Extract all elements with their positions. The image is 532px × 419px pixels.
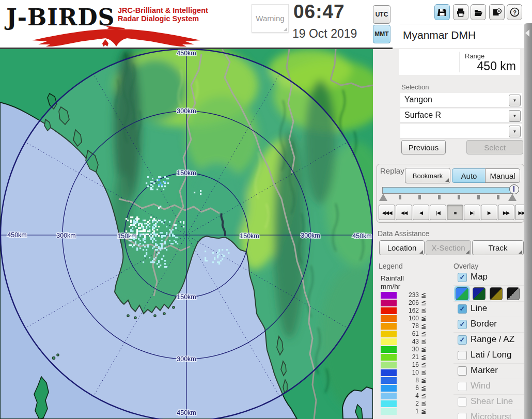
panel-collapse-rail[interactable] <box>524 23 532 419</box>
overlay-item-line[interactable]: ✓Line <box>453 301 524 317</box>
previous-button[interactable]: Previous <box>401 140 446 154</box>
product-dropdown[interactable]: Surface R ▼ <box>400 108 522 123</box>
fast-rewind-button[interactable]: ◀◀ <box>396 205 412 220</box>
location-button[interactable]: Location <box>379 240 425 255</box>
rain-cell <box>152 240 153 241</box>
checked-checkbox-icon[interactable]: ✓ <box>458 335 467 345</box>
play-button[interactable]: ▶ <box>481 205 497 220</box>
bookmark-button[interactable]: Bookmark <box>405 168 450 183</box>
overlay-item-label: Map <box>471 272 488 282</box>
checked-checkbox-icon[interactable]: ✓ <box>458 304 467 314</box>
step-back-button[interactable]: |◀ <box>430 205 446 220</box>
replay-slider-track[interactable] <box>382 187 512 194</box>
slider-start-marker[interactable] <box>379 194 387 201</box>
timezone-mmt-button[interactable]: MMT <box>373 25 390 43</box>
rain-cell <box>166 226 167 227</box>
step-forward-button[interactable]: ▶| <box>464 205 480 220</box>
warning-button[interactable]: Warning <box>252 4 289 33</box>
select-button[interactable]: Select <box>466 140 523 154</box>
add-image-button[interactable] <box>489 4 505 20</box>
rain-cell <box>223 255 225 257</box>
rain-cell <box>166 234 167 235</box>
rain-cell <box>166 266 167 268</box>
rain-cell <box>158 220 160 221</box>
replay-slider-handle[interactable] <box>509 184 519 194</box>
unchecked-checkbox-icon[interactable] <box>458 351 467 360</box>
legend-color-swatch <box>381 338 397 345</box>
overlay-item-map[interactable]: ✓Map <box>453 270 524 285</box>
rain-cell <box>150 238 152 240</box>
slider-tick <box>477 195 480 199</box>
rain-cell <box>157 179 158 181</box>
unchecked-checkbox-icon[interactable] <box>458 397 467 407</box>
slider-end-marker[interactable] <box>508 194 517 201</box>
rain-cell <box>218 261 220 263</box>
overlay-item-range-az[interactable]: ✓Range / AZ <box>453 332 524 348</box>
rain-cell <box>157 234 158 235</box>
map-style-swatch-3[interactable] <box>490 287 503 300</box>
rain-cell <box>218 251 220 252</box>
less-equal-symbol: ≦ <box>421 307 426 314</box>
map-style-swatch-2[interactable] <box>473 287 486 300</box>
timezone-utc-button[interactable]: UTC <box>373 5 390 24</box>
checked-checkbox-icon[interactable]: ✓ <box>458 320 467 329</box>
rain-cell <box>161 258 163 260</box>
rain-cell <box>149 226 150 227</box>
play-reverse-button[interactable]: ◀ <box>413 205 429 220</box>
rain-cell <box>133 224 135 226</box>
map-style-swatch-1[interactable] <box>456 287 468 300</box>
overlay-item-shear-line[interactable]: Shear Line <box>453 394 524 410</box>
rain-cell <box>133 237 135 238</box>
stop-button[interactable]: ■ <box>447 205 463 220</box>
overlay-item-marker[interactable]: Marker <box>453 363 524 379</box>
radar-map[interactable]: 450km300km150km150km300km450km450km300km… <box>0 49 373 419</box>
manual-mode-button[interactable]: Manual <box>485 168 520 183</box>
chevron-down-icon[interactable]: ▼ <box>509 95 521 106</box>
less-equal-symbol: ≦ <box>421 354 426 361</box>
rain-cell <box>157 244 158 246</box>
help-button[interactable]: ? <box>507 4 522 20</box>
legend-value: 6 <box>400 385 419 392</box>
rain-cell <box>126 230 127 232</box>
unchecked-checkbox-icon[interactable] <box>458 382 467 391</box>
fast-forward-button[interactable]: ▶▶ <box>498 205 514 220</box>
overlay-item-lati-long[interactable]: Lati / Long <box>453 348 524 363</box>
rain-cell <box>164 247 166 249</box>
site-dropdown[interactable]: Yangon ▼ <box>400 93 522 107</box>
rain-cell <box>152 260 153 261</box>
skip-to-start-button[interactable]: ◀◀◀ <box>379 205 395 220</box>
chevron-down-icon[interactable]: ▼ <box>509 110 521 122</box>
rain-cell <box>136 232 138 234</box>
range-ring-label: 150km <box>177 293 196 301</box>
resize-corner-icon <box>284 27 287 31</box>
rain-cell <box>143 230 144 232</box>
x-section-button[interactable]: X-Section <box>426 240 471 255</box>
rain-cell <box>158 176 160 178</box>
rain-cell <box>160 220 161 221</box>
rain-cell <box>141 234 143 235</box>
map-style-swatch-4[interactable] <box>507 287 520 300</box>
rain-cell <box>136 229 138 230</box>
rain-cell <box>158 207 160 209</box>
overlay-item-microburst[interactable]: Microburst <box>453 410 524 419</box>
checked-checkbox-icon[interactable]: ✓ <box>458 273 467 282</box>
open-file-button[interactable] <box>471 4 486 20</box>
option-dropdown[interactable]: ▼ <box>400 124 522 138</box>
track-button[interactable]: Track <box>472 240 524 255</box>
chevron-down-icon[interactable]: ▼ <box>509 126 521 137</box>
rain-cell <box>160 206 161 207</box>
legend-value: 78 <box>400 323 419 330</box>
rain-cell <box>218 249 220 251</box>
auto-mode-button[interactable]: Auto <box>452 168 486 183</box>
save-button[interactable] <box>434 4 450 20</box>
overlay-options: ✓Map✓Line✓Border✓Range / AZLati / LongMa… <box>453 270 524 419</box>
header-divider <box>0 48 393 49</box>
unchecked-checkbox-icon[interactable] <box>458 366 467 376</box>
unchecked-checkbox-icon[interactable] <box>458 413 467 419</box>
overlay-item-wind[interactable]: Wind <box>453 379 524 394</box>
print-button[interactable] <box>453 4 468 20</box>
rain-cell <box>160 265 161 266</box>
rain-cell <box>139 230 141 232</box>
rain-cell <box>138 218 139 220</box>
overlay-item-border[interactable]: ✓Border <box>453 317 524 332</box>
